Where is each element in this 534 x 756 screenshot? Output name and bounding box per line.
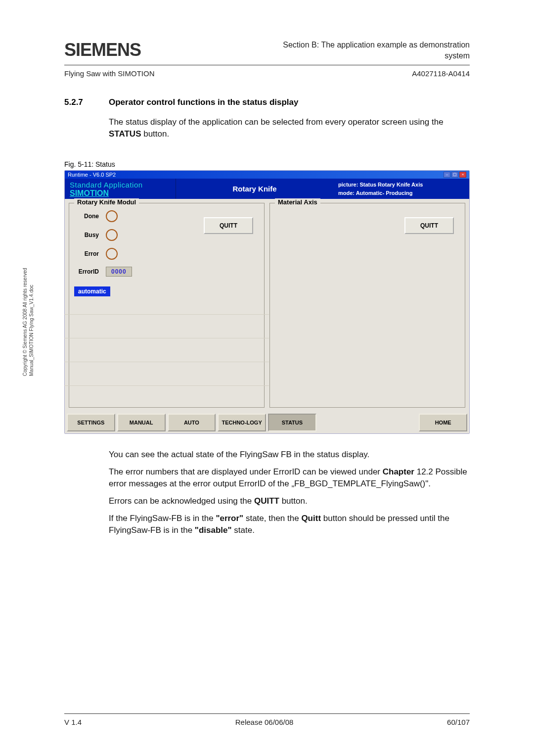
copyright-line2: Manual_SIMOTION Flying Saw_V1.4.doc	[29, 284, 34, 376]
hmi-window-title: Runtime - V6.0 SP2	[68, 172, 116, 178]
errorid-value: 0000	[106, 267, 132, 277]
copyright-line1: Copyright © Siemens AG 2008 All rights r…	[22, 268, 28, 376]
min-icon[interactable]: –	[444, 172, 450, 178]
figure-label: Fig. 5-11: Status	[64, 160, 470, 168]
error-lamp-icon	[106, 248, 118, 260]
max-icon[interactable]: ▢	[451, 172, 458, 178]
subheader-left: Flying Saw with SIMOTION	[64, 69, 155, 78]
app-line1: Standard Application	[70, 181, 171, 189]
busy-label: Busy	[74, 232, 99, 238]
footer-release: Release 06/06/08	[235, 718, 294, 726]
close-icon[interactable]: ×	[459, 172, 466, 178]
footer-page: 60/107	[447, 718, 470, 726]
rotary-knife-panel: Rotary Knife Modul Done Busy Error Error…	[69, 203, 265, 408]
app-line2: SIMOTION	[70, 189, 171, 198]
subheader-right: A4027118-A0414	[412, 69, 470, 78]
done-label: Done	[74, 213, 99, 220]
errorid-label: ErrorID	[74, 268, 99, 275]
automatic-indicator: automatic	[74, 286, 110, 296]
hmi-screen-title: Rotary Knife	[176, 179, 333, 199]
picture-line: picture: Status Rotary Knife Axis	[338, 181, 464, 189]
manual-button[interactable]: MANUAL	[117, 414, 166, 431]
quitt-button-right[interactable]: QUITT	[404, 217, 454, 234]
panel2-title: Material Axis	[275, 198, 320, 206]
siemens-logo: SIEMENS	[64, 40, 141, 60]
post-p3: Errors can be acknowledged using the QUI…	[109, 495, 470, 508]
busy-lamp-icon	[106, 229, 118, 241]
material-axis-panel: Material Axis QUITT	[269, 203, 465, 408]
mode-line: mode: Automatic- Producing	[338, 189, 464, 197]
done-lamp-icon	[106, 210, 118, 222]
page-header: SIEMENS Section B: The application examp…	[64, 40, 470, 65]
post-p2: The error numbers that are displayed und…	[109, 466, 470, 490]
status-button[interactable]: STATUS	[268, 414, 316, 431]
hmi-status-info: picture: Status Rotary Knife Axis mode: …	[333, 179, 469, 199]
side-copyright: Copyright © Siemens AG 2008 All rights r…	[22, 268, 35, 376]
page-footer: V 1.4 Release 06/06/08 60/107	[0, 713, 534, 726]
footer-version: V 1.4	[64, 718, 82, 726]
hmi-app-header: Standard Application SIMOTION	[65, 179, 176, 199]
section-title: Operator control functions in the status…	[109, 97, 299, 107]
nav-spacer	[318, 414, 367, 431]
nav-spacer	[369, 414, 417, 431]
section-number: 5.2.7	[64, 97, 109, 107]
quitt-button-left[interactable]: QUITT	[204, 217, 253, 234]
post-p1: You can see the actual state of the Flyi…	[109, 449, 470, 461]
settings-button[interactable]: SETTINGS	[67, 414, 115, 431]
post-p4: If the FlyingSaw-FB is in the "error" st…	[109, 513, 470, 537]
panel1-title: Rotary Knife Modul	[74, 198, 139, 206]
auto-button[interactable]: AUTO	[168, 414, 216, 431]
home-button[interactable]: HOME	[419, 414, 467, 431]
header-section-line1: Section B: The application example as de…	[283, 40, 470, 50]
intro-paragraph: The status display of the application ca…	[109, 116, 470, 141]
hmi-window: Runtime - V6.0 SP2 – ▢ × Standard Applic…	[64, 170, 470, 434]
error-label: Error	[74, 250, 99, 257]
header-section-line2: system	[283, 50, 470, 61]
hmi-titlebar: Runtime - V6.0 SP2 – ▢ ×	[65, 171, 469, 179]
hmi-nav-row: SETTINGS MANUAL AUTO TECHNO-LOGY STATUS …	[65, 412, 469, 433]
technology-button[interactable]: TECHNO-LOGY	[218, 414, 266, 431]
window-controls: – ▢ ×	[444, 172, 466, 178]
